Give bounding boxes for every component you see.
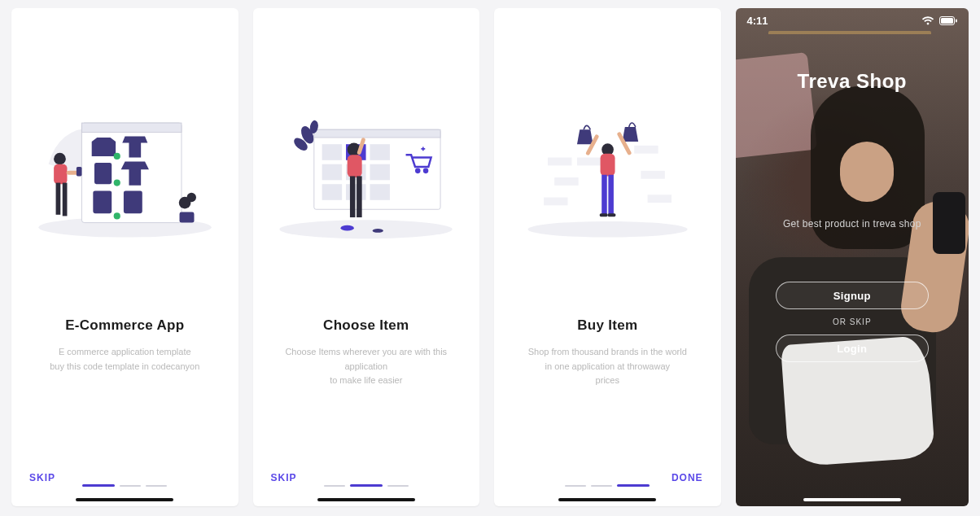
home-indicator[interactable] — [803, 498, 901, 501]
svg-rect-56 — [599, 213, 607, 216]
svg-rect-59 — [941, 18, 953, 24]
svg-rect-3 — [94, 163, 112, 184]
svg-point-7 — [113, 180, 120, 186]
onboarding-card-3: Buy Item Shop from thousand brands in th… — [494, 8, 721, 506]
svg-rect-12 — [62, 183, 67, 216]
svg-rect-23 — [370, 144, 391, 160]
svg-rect-45 — [634, 146, 658, 154]
svg-rect-49 — [647, 195, 671, 203]
skip-button[interactable]: SKIP — [29, 472, 55, 483]
svg-rect-44 — [577, 158, 601, 166]
login-button[interactable]: Login — [776, 335, 929, 362]
onboarding-illustration-3 — [494, 8, 721, 260]
svg-point-17 — [186, 193, 195, 202]
svg-rect-15 — [179, 212, 194, 223]
svg-rect-20 — [314, 129, 440, 138]
svg-point-18 — [280, 221, 453, 239]
svg-rect-55 — [608, 175, 614, 215]
svg-rect-29 — [370, 184, 391, 200]
svg-rect-43 — [548, 158, 571, 166]
svg-rect-48 — [544, 198, 567, 206]
svg-rect-26 — [370, 164, 391, 181]
onboarding-description: Shop from thousand brands in the world i… — [504, 334, 711, 388]
status-time: 4:11 — [747, 15, 768, 27]
svg-point-42 — [527, 221, 687, 238]
svg-point-41 — [373, 229, 383, 233]
signup-button[interactable]: Signup — [776, 282, 929, 309]
svg-rect-5 — [124, 191, 142, 214]
status-bar: 4:11 — [736, 15, 969, 27]
svg-point-6 — [113, 153, 120, 160]
svg-rect-11 — [55, 183, 60, 215]
photo-hanger-deco — [768, 31, 931, 49]
onboarding-footer: SKIP — [11, 464, 238, 492]
onboarding-card-1: E-Commerce App E commerce application te… — [11, 8, 238, 506]
svg-rect-60 — [956, 20, 957, 23]
onboarding-description: E commerce application template buy this… — [25, 334, 224, 374]
svg-rect-21 — [322, 144, 343, 160]
or-skip-label: OR SKIP — [833, 317, 872, 326]
svg-rect-27 — [322, 184, 343, 200]
svg-rect-47 — [641, 171, 664, 179]
onboarding-description: Choose Items wherever you are with this … — [253, 334, 480, 388]
onboarding-card-2: Choose Item Choose Items wherever you ar… — [253, 8, 480, 506]
svg-point-9 — [54, 153, 66, 165]
svg-rect-54 — [602, 175, 607, 215]
home-indicator[interactable] — [558, 498, 656, 501]
wifi-icon — [921, 16, 934, 25]
brand-title: Treva Shop — [736, 70, 969, 93]
onboarding-title: E-Commerce App — [65, 317, 184, 334]
svg-rect-57 — [607, 213, 615, 216]
svg-rect-2 — [81, 123, 182, 132]
svg-rect-4 — [93, 191, 112, 214]
svg-rect-38 — [350, 177, 356, 218]
svg-rect-36 — [348, 155, 362, 178]
onboarding-footer: DONE — [494, 464, 721, 492]
photo-tshirt-deco — [736, 52, 817, 160]
svg-rect-10 — [54, 164, 67, 185]
svg-point-31 — [424, 169, 427, 173]
svg-point-40 — [341, 225, 354, 231]
svg-rect-24 — [322, 164, 343, 181]
auth-card: 4:11 Treva Shop Get best product in trev… — [736, 8, 969, 506]
svg-point-30 — [416, 169, 419, 173]
shopping-catalog-illustration — [25, 98, 225, 244]
onboarding-footer: SKIP — [253, 464, 480, 492]
svg-rect-39 — [357, 177, 362, 218]
photo-person-face — [840, 142, 894, 202]
choose-item-illustration — [266, 98, 466, 244]
svg-rect-46 — [554, 177, 578, 186]
svg-rect-14 — [77, 167, 82, 176]
onboarding-illustration-2 — [253, 8, 480, 260]
svg-rect-53 — [600, 154, 615, 177]
screens-row: E-Commerce App E commerce application te… — [11, 8, 969, 506]
home-indicator[interactable] — [76, 498, 173, 501]
home-indicator[interactable] — [317, 498, 415, 501]
auth-buttons: Signup OR SKIP Login — [736, 282, 969, 362]
brand-tagline: Get best product in treva shop — [736, 218, 969, 230]
svg-rect-28 — [346, 184, 366, 200]
onboarding-title: Buy Item — [577, 317, 637, 334]
svg-point-8 — [113, 213, 120, 220]
battery-icon — [939, 16, 957, 25]
onboarding-illustration-1 — [11, 8, 238, 260]
onboarding-title: Choose Item — [323, 317, 409, 334]
skip-button[interactable]: SKIP — [271, 472, 297, 483]
buy-item-illustration — [508, 98, 707, 244]
done-button[interactable]: DONE — [672, 472, 703, 483]
